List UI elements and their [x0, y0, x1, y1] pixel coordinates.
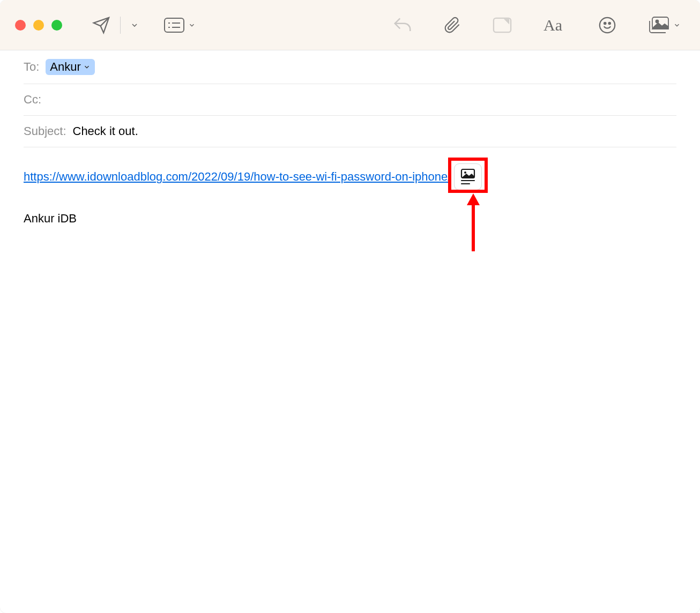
emoji-button[interactable] — [594, 12, 621, 39]
send-button[interactable] — [88, 12, 115, 39]
svg-point-7 — [600, 17, 615, 32]
subject-value: Check it out. — [73, 124, 138, 138]
chevron-down-icon — [83, 63, 91, 71]
message-body[interactable]: https://www.idownloadblog.com/2022/09/19… — [0, 147, 700, 242]
attach-button[interactable] — [440, 11, 465, 39]
svg-point-11 — [656, 20, 659, 23]
to-label: To: — [24, 60, 39, 74]
svg-point-13 — [464, 171, 466, 174]
link-preview-button[interactable] — [454, 163, 482, 190]
svg-text:Aa: Aa — [543, 17, 562, 34]
markup-icon — [492, 16, 512, 34]
cc-label: Cc: — [24, 93, 41, 107]
paperclip-icon — [444, 16, 461, 35]
reply-icon — [392, 17, 413, 34]
recipient-name: Ankur — [50, 60, 80, 74]
link-row: https://www.idownloadblog.com/2022/09/19… — [24, 163, 676, 190]
maximize-button[interactable] — [51, 20, 62, 31]
close-button[interactable] — [15, 20, 26, 31]
recipient-chip[interactable]: Ankur — [46, 59, 94, 75]
emoji-icon — [598, 16, 616, 34]
chevron-down-icon — [673, 21, 681, 29]
toolbar-divider — [120, 17, 121, 34]
toolbar: Aa — [0, 0, 700, 50]
photos-icon — [647, 16, 670, 34]
subject-field-row[interactable]: Subject: Check it out. — [24, 116, 676, 147]
toolbar-left-group — [88, 12, 200, 39]
photo-browser-button[interactable] — [643, 12, 685, 39]
chevron-down-icon — [188, 21, 196, 29]
list-icon — [163, 17, 185, 34]
header-fields: To: Ankur Cc: Subject: Check it out. — [0, 50, 700, 147]
svg-marker-17 — [467, 193, 480, 205]
chevron-down-icon — [130, 21, 139, 29]
cc-field-row[interactable]: Cc: — [24, 84, 676, 116]
send-options-button[interactable] — [126, 17, 143, 34]
subject-label: Subject: — [24, 124, 66, 138]
svg-point-9 — [609, 22, 610, 24]
svg-rect-0 — [165, 18, 184, 32]
send-icon — [92, 16, 110, 34]
signature-text: Ankur iDB — [24, 212, 676, 226]
header-fields-button[interactable] — [159, 12, 200, 38]
text-format-icon: Aa — [543, 17, 567, 34]
link-preview-icon — [460, 168, 476, 185]
to-field-row[interactable]: To: Ankur — [24, 50, 676, 84]
minimize-button[interactable] — [33, 20, 44, 31]
body-link[interactable]: https://www.idownloadblog.com/2022/09/19… — [24, 170, 451, 184]
window-controls — [15, 20, 62, 31]
reply-button[interactable] — [388, 12, 417, 38]
format-button[interactable]: Aa — [539, 12, 571, 38]
preview-button-wrapper — [454, 163, 482, 190]
markup-button[interactable] — [488, 12, 517, 39]
svg-point-8 — [604, 22, 606, 24]
toolbar-right-group: Aa — [388, 11, 685, 39]
